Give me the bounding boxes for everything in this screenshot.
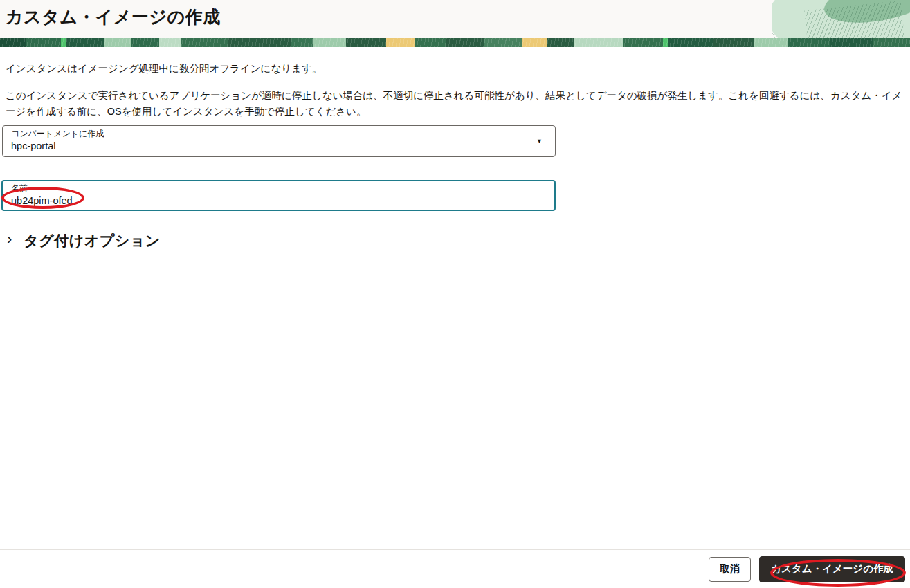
dialog-footer: 取消 カスタム・イメージの作成 [0,549,910,588]
tagging-options-section-header[interactable]: › タグ付けオプション [7,231,161,250]
image-name-label: 名前 [11,183,546,194]
offline-warning-text: インスタンスはイメージング処理中に数分間オフラインになります。 [6,61,903,76]
intro-text-block: インスタンスはイメージング処理中に数分間オフラインになります。 このインスタンス… [6,61,903,119]
chevron-down-icon: ▼ [536,138,543,145]
decorative-pattern-band [0,38,910,47]
page-title: カスタム・イメージの作成 [6,6,221,28]
data-corruption-warning-text: このインスタンスで実行されているアプリケーションが適時に停止しない場合は、不適切… [6,88,903,119]
tagging-options-label: タグ付けオプション [24,231,160,250]
image-name-input[interactable] [11,194,546,208]
compartment-select-value: hpc-portal [11,140,547,154]
create-custom-image-button[interactable]: カスタム・イメージの作成 [759,556,905,582]
chevron-right-icon: › [7,232,12,250]
image-name-field[interactable]: 名前 [1,180,556,211]
compartment-select-label: コンパートメントに作成 [11,129,547,140]
cancel-button[interactable]: 取消 [709,557,751,582]
compartment-select[interactable]: コンパートメントに作成 hpc-portal ▼ [2,125,556,157]
header-corner-art [772,0,910,38]
